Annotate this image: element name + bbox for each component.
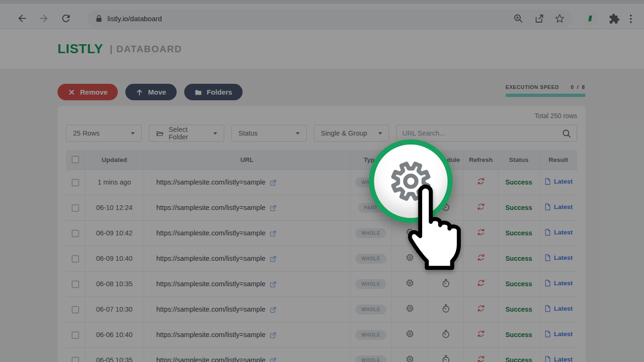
hand-cursor-icon	[401, 185, 468, 271]
dim-overlay	[0, 0, 644, 362]
